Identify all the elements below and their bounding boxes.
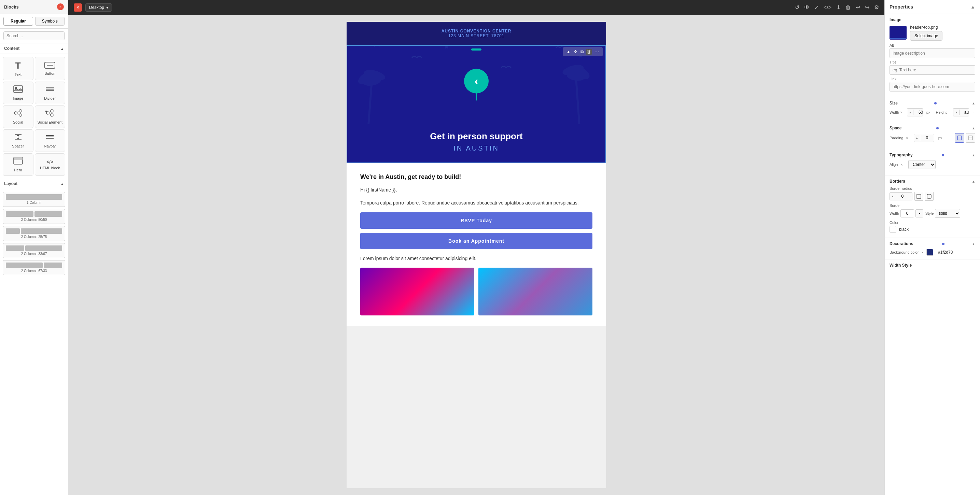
link-field-row: Link: [889, 77, 975, 91]
layout-section: 1 Column 2 Columns 50/50 2 Columns 25/75: [0, 189, 68, 280]
delete-block-button[interactable]: 🗑: [585, 49, 592, 55]
layout-label: Layout: [4, 181, 18, 186]
select-image-button[interactable]: Select image: [910, 31, 942, 41]
rsvp-button[interactable]: RSVP Today: [360, 212, 592, 229]
padding-label: Padding: [889, 136, 903, 140]
block-image[interactable]: Image: [3, 81, 33, 104]
border-style-label: Style: [925, 211, 934, 215]
search-input[interactable]: [3, 32, 65, 40]
panel-close-button[interactable]: ×: [57, 3, 64, 10]
venue-text: AUSTIN CONVENTION CENTER: [353, 29, 599, 33]
block-spacer[interactable]: Spacer: [3, 129, 33, 152]
border-width-decrease[interactable]: -: [915, 209, 923, 218]
more-options-button[interactable]: ⋯: [593, 48, 601, 55]
height-up-arrow[interactable]: ▲: [953, 110, 959, 115]
radius-up-arrow[interactable]: ▲: [890, 194, 896, 199]
border-style-select[interactable]: solid dashed dotted: [935, 209, 960, 218]
link-input[interactable]: [889, 82, 975, 91]
block-social-element[interactable]: Social Element: [35, 105, 65, 128]
canvas-area[interactable]: AUSTIN CONVENTION CENTER 123 MAIN STREET…: [68, 15, 885, 495]
block-social-element-label: Social Element: [38, 120, 62, 124]
border-round-button[interactable]: [925, 192, 934, 201]
padding-close[interactable]: ×: [906, 136, 908, 140]
svg-line-11: [17, 114, 19, 115]
layout-chevron[interactable]: ▲: [60, 182, 64, 186]
alt-input[interactable]: [889, 48, 975, 58]
border-width-input[interactable]: [900, 209, 914, 218]
collapse-button[interactable]: ▲: [970, 4, 975, 10]
code-icon[interactable]: </>: [824, 5, 832, 11]
width-up-arrow[interactable]: ▲: [907, 110, 913, 115]
delete-icon[interactable]: 🗑: [845, 5, 851, 11]
content-chevron[interactable]: ▲: [60, 47, 64, 51]
tab-row: Regular Symbols: [0, 14, 68, 29]
body-text: Tempora culpa porro labore. Repudiandae …: [360, 199, 592, 207]
tab-regular[interactable]: Regular: [3, 17, 33, 25]
refresh-icon[interactable]: ↺: [795, 4, 799, 11]
align-select[interactable]: Center Left Right: [908, 160, 935, 169]
block-hero[interactable]: Hero: [3, 153, 33, 176]
title-input[interactable]: [889, 65, 975, 75]
width-style-label: Width Style: [889, 263, 912, 267]
close-button[interactable]: ×: [74, 3, 82, 12]
preview-icon[interactable]: 👁: [804, 5, 810, 11]
search-box: [0, 29, 68, 43]
borders-chevron[interactable]: ▲: [972, 180, 975, 183]
width-input[interactable]: [913, 108, 923, 116]
bg-color-swatch[interactable]: [926, 249, 933, 256]
space-chevron[interactable]: ▲: [972, 126, 975, 130]
svg-rect-27: [14, 158, 22, 160]
download-icon[interactable]: ⬇: [836, 4, 841, 11]
typography-chevron[interactable]: ▲: [972, 153, 975, 157]
layout-2col-25[interactable]: 2 Columns 25/75: [3, 226, 65, 241]
padding-up-arrow[interactable]: ▲: [914, 135, 920, 141]
layout-section-header: Layout ▲: [0, 178, 68, 189]
padding-input[interactable]: [920, 134, 934, 142]
alt-field-row: Alt: [889, 43, 975, 58]
block-navbar[interactable]: Navbar: [35, 129, 65, 152]
size-section-title: Size ▲: [889, 101, 975, 105]
undo-icon[interactable]: ↩: [856, 4, 860, 11]
move-button[interactable]: ✛: [573, 49, 578, 55]
tab-symbols[interactable]: Symbols: [35, 17, 65, 25]
space-section: Space ▲ Padding × ▲ px: [885, 122, 980, 149]
size-chevron[interactable]: ▲: [972, 101, 975, 105]
layout-2col-50[interactable]: 2 Columns 50/50: [3, 209, 65, 224]
border-width-label: Width: [889, 211, 899, 215]
layout-2col-67[interactable]: 2 Columns 67/33: [3, 260, 65, 275]
padding-top-bottom-button[interactable]: [966, 133, 975, 143]
appointment-button[interactable]: Book an Appointment: [360, 233, 592, 249]
resize-icon[interactable]: ⤢: [815, 4, 819, 11]
decorations-chevron[interactable]: ▲: [972, 242, 975, 246]
title-label: Title: [889, 60, 975, 64]
move-up-button[interactable]: ▲: [565, 49, 572, 55]
block-text[interactable]: T Text: [3, 57, 33, 80]
block-hero-label: Hero: [14, 168, 22, 172]
align-close[interactable]: ×: [900, 162, 902, 167]
width-unit: px: [925, 110, 932, 115]
block-html[interactable]: </> HTML block: [35, 153, 65, 176]
color-row: black: [889, 226, 975, 233]
block-button[interactable]: Button: [35, 57, 65, 80]
desktop-select[interactable]: Desktop ▾: [85, 3, 112, 12]
height-input[interactable]: [959, 108, 969, 116]
settings-icon[interactable]: ⚙: [874, 4, 879, 11]
duplicate-button[interactable]: ⧉: [579, 49, 585, 55]
image-thumb-inner: [890, 38, 906, 39]
border-square-button[interactable]: [915, 192, 923, 201]
block-social[interactable]: Social: [3, 105, 33, 128]
block-html-label: HTML block: [40, 166, 60, 170]
padding-all-button[interactable]: [955, 133, 964, 143]
radius-input[interactable]: [896, 193, 909, 200]
content-section-header: Content ▲: [0, 43, 68, 54]
hero-image-block[interactable]: ▲ ✛ ⧉ 🗑 ⋯: [347, 45, 606, 163]
main-area: × Desktop ▾ ↺ 👁 ⤢ </> ⬇ 🗑 ↩ ↪ ⚙: [68, 0, 885, 495]
block-divider[interactable]: Divider: [35, 81, 65, 104]
layout-1col[interactable]: 1 Column: [3, 192, 65, 207]
bg-color-close[interactable]: ×: [922, 250, 924, 254]
redo-icon[interactable]: ↪: [865, 4, 869, 11]
block-image-label: Image: [13, 96, 23, 100]
layout-2col-33[interactable]: 2 Columns 33/67: [3, 243, 65, 258]
color-swatch[interactable]: [889, 226, 896, 233]
width-close[interactable]: ×: [900, 110, 902, 115]
